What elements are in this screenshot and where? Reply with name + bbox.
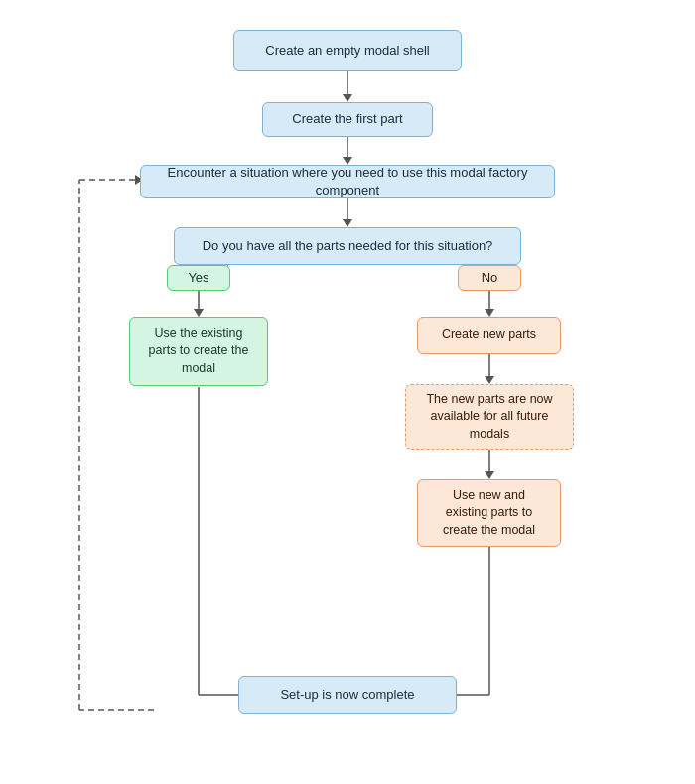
node-setup-complete: Set-up is now complete <box>238 676 457 714</box>
flowchart: Create an empty modal shell Create the f… <box>0 0 695 784</box>
svg-marker-5 <box>343 219 352 227</box>
node-new-available: The new parts are now available for all … <box>405 384 574 450</box>
svg-marker-1 <box>343 94 352 102</box>
svg-marker-13 <box>485 309 494 317</box>
node-no: No <box>458 265 521 291</box>
svg-marker-15 <box>485 376 494 384</box>
node-encounter: Encounter a situation where you need to … <box>140 165 555 198</box>
node-create-first: Create the first part <box>262 102 433 137</box>
node-create-empty: Create an empty modal shell <box>233 30 462 71</box>
svg-marker-11 <box>194 309 204 317</box>
node-use-existing: Use the existing parts to create the mod… <box>129 317 268 386</box>
node-create-new: Create new parts <box>417 317 561 354</box>
node-use-new-existing: Use new and existing parts to create the… <box>417 479 561 547</box>
node-do-you-have: Do you have all the parts needed for thi… <box>174 227 521 265</box>
svg-marker-17 <box>485 471 494 479</box>
node-yes: Yes <box>167 265 230 291</box>
